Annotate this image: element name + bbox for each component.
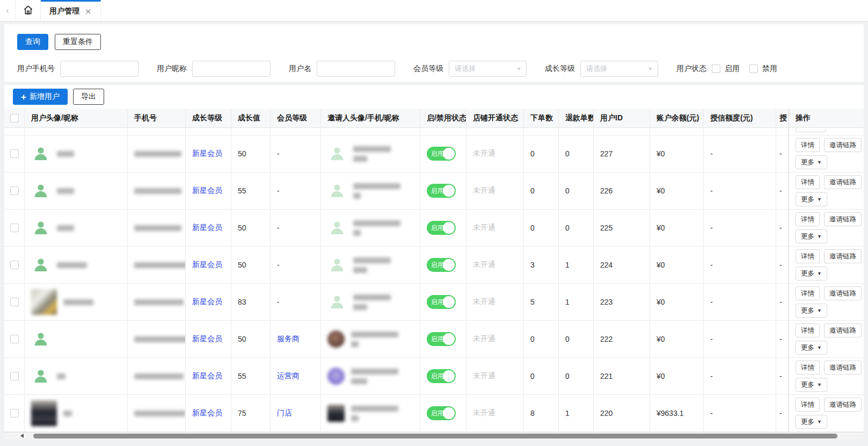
invite-link-button[interactable]: 邀请链路 (824, 249, 862, 263)
enable-toggle[interactable]: 启用 (427, 147, 456, 161)
export-button[interactable]: 导出 (73, 89, 104, 105)
more-button[interactable]: 更多▼ (796, 267, 827, 280)
scrollbar-thumb[interactable] (33, 434, 837, 438)
more-button[interactable]: 更多▼ (796, 155, 827, 169)
enable-toggle[interactable]: 启用 (427, 369, 456, 383)
table-row: 新星会员50-启用未开通31224¥0--详情邀请链路更多▼ (4, 247, 864, 284)
row-checkbox[interactable] (10, 224, 19, 232)
home-tab[interactable] (15, 0, 41, 21)
redacted-text (134, 336, 186, 342)
more-button-clipped[interactable] (796, 128, 826, 132)
enable-toggle[interactable]: 启用 (427, 258, 456, 272)
detail-button[interactable]: 详情 (796, 138, 820, 152)
growth-level-filter-label: 成长等级 (545, 64, 575, 74)
detail-button[interactable]: 详情 (796, 398, 820, 412)
refunds-count: 1 (559, 395, 594, 432)
redacted-text (57, 373, 65, 379)
orders-count: 8 (524, 395, 559, 432)
more-button[interactable]: 更多▼ (796, 378, 827, 392)
col-credit-clipped: 授 (776, 109, 789, 128)
back-arrow-icon[interactable]: ‹ (0, 0, 15, 21)
scroll-left-arrow-icon[interactable] (20, 434, 24, 438)
credit-limit: - (704, 321, 776, 358)
credit-limit: - (704, 284, 776, 321)
orders-count: 0 (524, 135, 559, 172)
reset-button[interactable]: 重置条件 (55, 34, 101, 50)
growth-level-link[interactable]: 新星会员 (192, 260, 222, 270)
nickname-filter-input[interactable] (192, 61, 271, 77)
orders-count: 0 (524, 321, 559, 358)
detail-button[interactable]: 详情 (796, 286, 820, 300)
user-id: 226 (594, 172, 650, 210)
add-user-button[interactable]: + 新增用户 (13, 89, 68, 105)
detail-button[interactable]: 详情 (796, 323, 820, 337)
row-checkbox[interactable] (10, 261, 19, 269)
chevron-down-icon: ˅ (517, 66, 521, 71)
credit-limit: - (704, 135, 776, 172)
more-button[interactable]: 更多▼ (796, 415, 827, 429)
row-checkbox[interactable] (10, 409, 19, 418)
detail-button[interactable]: 详情 (796, 361, 820, 375)
tab-user-management[interactable]: 用户管理 ✕ (41, 0, 101, 21)
enable-toggle[interactable]: 启用 (427, 184, 456, 198)
enable-toggle[interactable]: 启用 (427, 332, 456, 346)
status-enabled-checkbox[interactable] (712, 64, 720, 73)
invite-link-button[interactable]: 邀请链路 (824, 286, 862, 300)
invite-link-button[interactable]: 邀请链路 (824, 175, 862, 189)
redacted-text (351, 406, 398, 412)
account-balance: ¥9633.1 (650, 395, 704, 432)
horizontal-scrollbar[interactable] (4, 432, 864, 439)
growth-level-link[interactable]: 新星会员 (192, 408, 222, 418)
shop-status: 未开通 (473, 186, 495, 196)
tab-label: 用户管理 (49, 6, 79, 16)
growth-level-link[interactable]: 新星会员 (192, 223, 222, 233)
invite-link-button[interactable]: 邀请链路 (824, 398, 862, 412)
member-level-select[interactable]: 请选择 ˅ (449, 61, 527, 77)
growth-level-select[interactable]: 请选择 ˅ (580, 61, 658, 77)
query-button[interactable]: 查询 (17, 34, 48, 50)
invite-link-button[interactable]: 邀请链路 (824, 138, 862, 152)
credit-clipped-value: - (776, 395, 789, 432)
growth-level-link[interactable]: 新星会员 (192, 186, 222, 196)
invite-link-button[interactable]: 邀请链路 (824, 212, 862, 226)
row-checkbox[interactable] (10, 335, 19, 343)
enable-toggle[interactable]: 启用 (427, 295, 456, 309)
more-button[interactable]: 更多▼ (796, 341, 827, 355)
enable-toggle[interactable]: 启用 (427, 406, 456, 420)
member-level-link[interactable]: 服务商 (277, 334, 300, 344)
caret-down-icon: ▼ (817, 308, 822, 313)
row-checkbox[interactable] (10, 298, 19, 306)
refunds-count: 1 (559, 247, 594, 284)
row-checkbox[interactable] (10, 149, 19, 158)
redacted-text (353, 146, 391, 152)
enable-toggle[interactable]: 启用 (427, 221, 456, 235)
growth-level-link[interactable]: 新星会员 (192, 334, 222, 344)
status-disabled-checkbox[interactable] (749, 64, 758, 73)
member-level-link[interactable]: 门店 (277, 408, 292, 418)
member-level-link[interactable]: 运营商 (277, 371, 300, 381)
detail-button[interactable]: 详情 (796, 249, 820, 263)
detail-button[interactable]: 详情 (796, 212, 820, 226)
table-row: 新星会员75门店启用未开通81220¥9633.1--详情邀请链路更多▼ (4, 395, 864, 432)
plus-icon: + (21, 92, 26, 102)
row-checkbox[interactable] (10, 186, 19, 195)
phone-filter-input[interactable] (60, 61, 138, 77)
more-button[interactable]: 更多▼ (796, 304, 827, 318)
close-tab-icon[interactable]: ✕ (85, 8, 92, 16)
caret-down-icon: ▼ (817, 160, 822, 165)
invite-link-button[interactable]: 邀请链路 (824, 361, 862, 375)
row-checkbox[interactable] (10, 372, 19, 380)
avatar (327, 330, 345, 348)
growth-level-link[interactable]: 新星会员 (192, 371, 222, 381)
redacted-text (57, 262, 87, 268)
more-button[interactable]: 更多▼ (796, 229, 827, 243)
username-filter-input[interactable] (317, 61, 395, 77)
invite-link-button[interactable]: 邀请链路 (824, 323, 862, 337)
more-button[interactable]: 更多▼ (796, 192, 827, 206)
growth-level-link[interactable]: 新星会员 (192, 297, 222, 307)
select-all-checkbox[interactable] (10, 114, 19, 123)
refunds-count: 0 (559, 321, 594, 358)
growth-level-link[interactable]: 新星会员 (192, 149, 222, 159)
redacted-text (134, 299, 184, 305)
detail-button[interactable]: 详情 (796, 175, 820, 189)
